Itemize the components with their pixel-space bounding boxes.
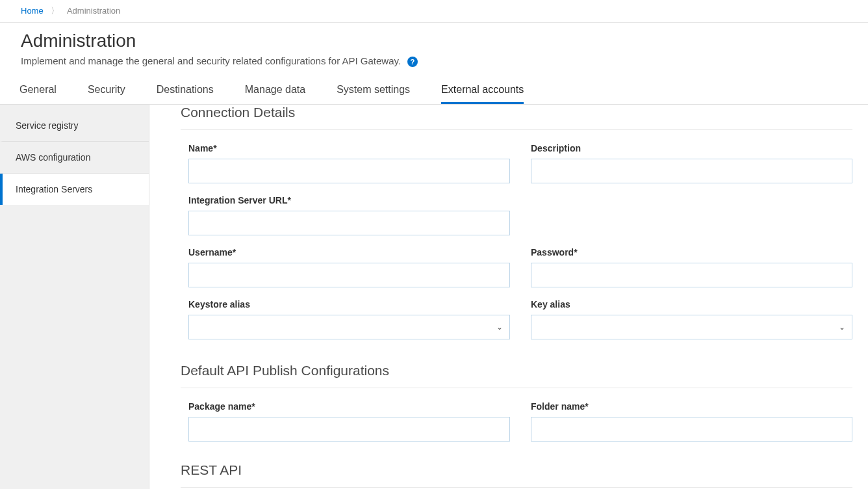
password-label: Password* — [531, 247, 852, 258]
breadcrumb: Home 〉 Administration — [0, 0, 868, 23]
keyalias-label: Key alias — [531, 299, 852, 310]
page-header: Administration Implement and manage the … — [0, 23, 868, 77]
section-rest-title: REST API — [181, 455, 852, 488]
is-url-label: Integration Server URL* — [188, 195, 510, 205]
chevron-down-icon: ⌄ — [496, 323, 503, 332]
folder-input[interactable] — [531, 417, 852, 442]
tab-external-accounts[interactable]: External accounts — [441, 77, 524, 104]
sidebar-item-service-registry[interactable]: Service registry — [0, 110, 149, 142]
folder-label: Folder name* — [531, 401, 852, 412]
name-label: Name* — [188, 143, 510, 153]
page-title: Administration — [21, 31, 847, 51]
breadcrumb-separator: 〉 — [51, 6, 59, 16]
is-url-input[interactable] — [188, 211, 510, 235]
tab-manage-data[interactable]: Manage data — [245, 77, 305, 104]
package-input[interactable] — [188, 417, 510, 442]
breadcrumb-home[interactable]: Home — [21, 6, 44, 16]
username-label: Username* — [188, 247, 510, 258]
section-connection-title: Connection Details — [181, 105, 852, 130]
sidebar-item-aws-configuration[interactable]: AWS configuration — [0, 142, 149, 174]
username-input[interactable] — [188, 263, 510, 287]
sidebar-item-integration-servers[interactable]: Integration Servers — [0, 174, 149, 205]
tab-system-settings[interactable]: System settings — [337, 77, 410, 104]
keystore-label: Keystore alias — [188, 299, 510, 310]
breadcrumb-current: Administration — [67, 6, 120, 16]
sidebar: Service registry AWS configuration Integ… — [0, 105, 149, 489]
section-publish-title: Default API Publish Configurations — [181, 355, 852, 388]
tab-bar: General Security Destinations Manage dat… — [0, 77, 868, 105]
content-panel: Connection Details Name* Description Int… — [149, 105, 868, 489]
package-label: Package name* — [188, 401, 510, 412]
keystore-select[interactable]: ⌄ — [188, 315, 510, 339]
description-label: Description — [531, 143, 852, 153]
tab-general[interactable]: General — [19, 77, 57, 104]
help-icon[interactable]: ? — [407, 57, 418, 67]
tab-destinations[interactable]: Destinations — [157, 77, 214, 104]
tab-security[interactable]: Security — [88, 77, 125, 104]
keyalias-select[interactable]: ⌄ — [531, 315, 852, 339]
chevron-down-icon: ⌄ — [839, 323, 845, 332]
name-input[interactable] — [188, 159, 510, 183]
password-input[interactable] — [531, 263, 852, 287]
description-input[interactable] — [531, 159, 852, 183]
page-subtitle: Implement and manage the general and sec… — [21, 55, 401, 66]
